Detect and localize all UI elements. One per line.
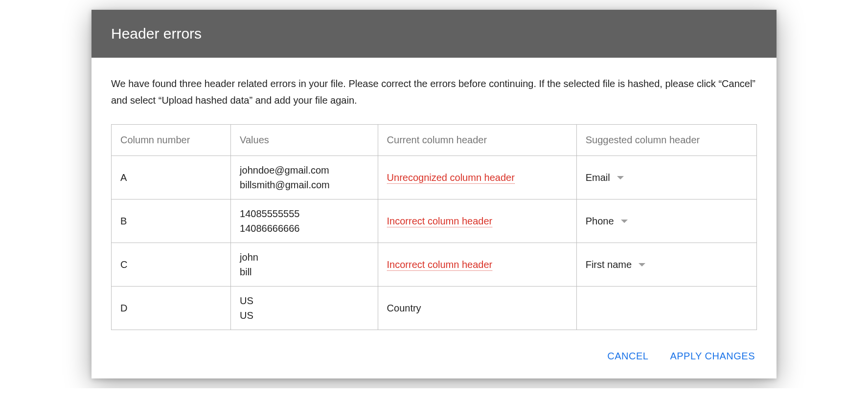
chevron-down-icon	[617, 176, 624, 179]
errors-table: Column number Values Current column head…	[111, 124, 757, 330]
cancel-button[interactable]: CANCEL	[605, 348, 650, 365]
error-text: Incorrect column header	[387, 216, 493, 227]
cell-current-header: Country	[378, 287, 576, 330]
value-line: bill	[240, 265, 368, 279]
value-line: billsmith@gmail.com	[240, 177, 368, 192]
error-text: Unrecognized column header	[387, 172, 515, 184]
table-row: Ajohndoe@gmail.combillsmith@gmail.comUnr…	[112, 156, 757, 200]
select-label: Email	[586, 170, 610, 185]
value-line: johndoe@gmail.com	[240, 163, 368, 177]
cell-current-header: Incorrect column header	[378, 200, 576, 243]
cell-values: 1408555555514086666666	[231, 200, 378, 243]
value-line: 14086666666	[240, 221, 368, 236]
suggested-header-select[interactable]: Email	[586, 170, 748, 185]
col-header-current: Current column header	[378, 125, 576, 156]
value-line: 14085555555	[240, 206, 368, 221]
cell-values: johnbill	[231, 243, 378, 287]
chevron-down-icon	[639, 263, 645, 266]
table-row: B1408555555514086666666Incorrect column …	[112, 200, 757, 243]
value-line: john	[240, 250, 368, 265]
col-header-number: Column number	[112, 125, 231, 156]
cell-suggested-header[interactable]: First name	[576, 243, 756, 287]
table-header-row: Column number Values Current column head…	[112, 125, 757, 156]
cell-column-number: B	[112, 200, 231, 243]
cell-column-number: A	[112, 156, 231, 200]
apply-changes-button[interactable]: APPLY CHANGES	[668, 348, 757, 365]
suggested-header-select[interactable]: Phone	[586, 214, 748, 228]
header-errors-dialog: Header errors We have found three header…	[91, 10, 777, 378]
select-label: First name	[586, 257, 632, 272]
cell-suggested-header[interactable]: Phone	[576, 200, 756, 243]
value-line: US	[240, 293, 368, 308]
dialog-header: Header errors	[91, 10, 777, 58]
cell-suggested-header	[576, 287, 756, 330]
error-text: Incorrect column header	[387, 259, 493, 271]
table-row: CjohnbillIncorrect column headerFirst na…	[112, 243, 757, 287]
cell-current-header: Unrecognized column header	[378, 156, 576, 200]
dialog-actions: CANCEL APPLY CHANGES	[111, 348, 757, 365]
select-label: Phone	[586, 214, 614, 228]
cell-current-header: Incorrect column header	[378, 243, 576, 287]
table-row: DUSUSCountry	[112, 287, 757, 330]
dialog-description: We have found three header related error…	[111, 75, 757, 109]
suggested-header-select[interactable]: First name	[586, 257, 748, 272]
col-header-values: Values	[231, 125, 378, 156]
cell-suggested-header[interactable]: Email	[576, 156, 756, 200]
dialog-body: We have found three header related error…	[91, 58, 777, 378]
cell-column-number: C	[112, 243, 231, 287]
chevron-down-icon	[621, 220, 628, 223]
cell-values: USUS	[231, 287, 378, 330]
col-header-suggested: Suggested column header	[576, 125, 756, 156]
cell-column-number: D	[112, 287, 231, 330]
dialog-title: Header errors	[111, 25, 757, 42]
cell-values: johndoe@gmail.combillsmith@gmail.com	[231, 156, 378, 200]
value-line: US	[240, 308, 368, 323]
